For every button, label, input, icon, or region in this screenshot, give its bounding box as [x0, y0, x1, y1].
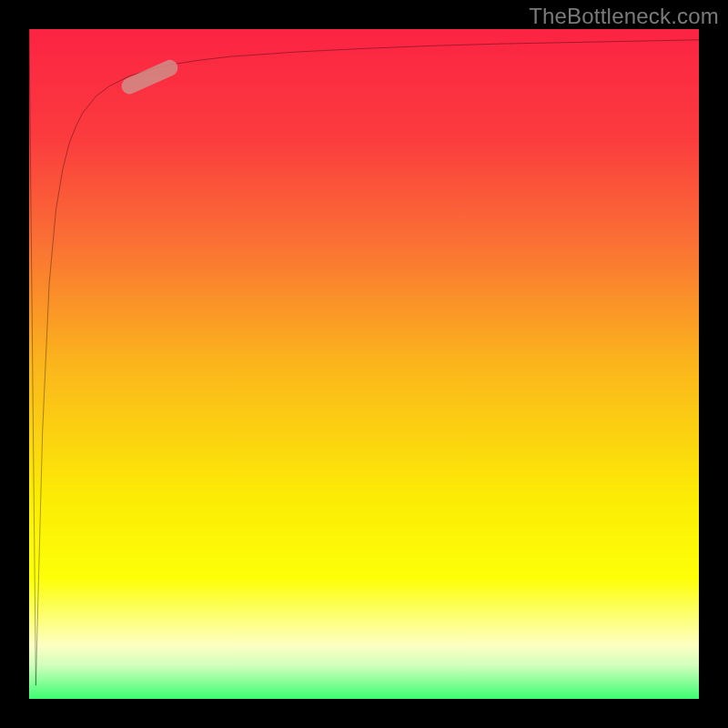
watermark-text: TheBottleneck.com	[529, 4, 719, 29]
chart-container: TheBottleneck.com	[0, 0, 728, 728]
plot-border	[29, 29, 699, 699]
plot-area	[29, 29, 699, 699]
